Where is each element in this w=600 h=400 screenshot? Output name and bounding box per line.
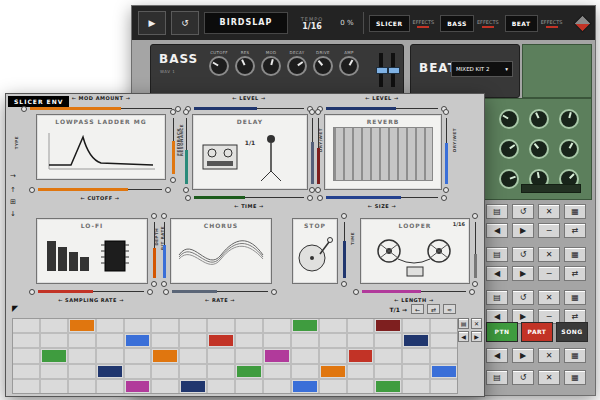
chorus-depth-slider[interactable] <box>161 220 168 280</box>
grid-cell[interactable] <box>292 380 318 393</box>
filter-type-label[interactable]: TYPE <box>14 136 19 149</box>
grid-cell[interactable] <box>264 349 290 362</box>
grid-cell[interactable] <box>320 349 346 362</box>
bass-knob-amp[interactable] <box>339 56 359 76</box>
prev-button[interactable]: ◀ <box>458 331 469 342</box>
grid-cell[interactable] <box>236 365 262 378</box>
chorus-rate-slider[interactable] <box>170 288 270 295</box>
grid-cell[interactable] <box>97 319 123 332</box>
reverb-level-slider[interactable] <box>324 105 440 112</box>
bass-fader[interactable] <box>391 53 395 87</box>
grid-cell[interactable] <box>348 319 374 332</box>
grid-cell[interactable] <box>236 319 262 332</box>
undo-button[interactable]: ↺ <box>512 247 534 262</box>
grid-cell[interactable] <box>208 334 234 347</box>
grid-cell[interactable] <box>292 319 318 332</box>
grid-cell[interactable] <box>125 365 151 378</box>
nudge-right-button[interactable]: ▶ <box>512 266 534 281</box>
grid-icon[interactable]: ⊞ <box>10 198 16 206</box>
delay-time-value[interactable]: 1/1 <box>245 139 256 146</box>
copy-button[interactable]: ▤ <box>458 318 469 329</box>
arrow-up-icon[interactable]: ↑ <box>10 186 16 194</box>
clear-button[interactable]: ✕ <box>471 318 482 329</box>
tempo-control[interactable]: TEMPO 1/16 <box>293 16 331 31</box>
copy-button[interactable]: ▤ <box>486 204 508 219</box>
remove-button[interactable]: − <box>538 223 560 238</box>
grid-cell[interactable] <box>208 365 234 378</box>
grid-cell[interactable] <box>208 319 234 332</box>
grid-cell[interactable] <box>264 334 290 347</box>
grid-cell[interactable] <box>13 380 39 393</box>
grid-cell[interactable] <box>69 319 95 332</box>
grid-cell[interactable] <box>208 349 234 362</box>
looper-length-value[interactable]: 1/16 <box>453 221 465 227</box>
grid-cell[interactable] <box>375 334 401 347</box>
bass-knob-cutoff[interactable] <box>209 56 229 76</box>
grid-cell[interactable] <box>375 349 401 362</box>
beat-fx-knob[interactable] <box>499 139 519 159</box>
reverb-box[interactable]: REVERB <box>324 114 442 190</box>
cutoff-slider[interactable] <box>36 186 164 193</box>
beat-fx-knob[interactable] <box>529 109 549 129</box>
lofi-box[interactable]: LO-FI <box>36 218 148 284</box>
grid-cell[interactable] <box>41 365 67 378</box>
arrow-right-icon[interactable]: → <box>10 172 16 180</box>
beat-fx-knob[interactable] <box>559 109 579 129</box>
arrow-down-icon[interactable]: ↓ <box>10 210 16 218</box>
grid-cell[interactable] <box>236 349 262 362</box>
grid-cell[interactable] <box>69 365 95 378</box>
nudge-left-button[interactable]: ◀ <box>486 266 508 281</box>
tempo-value[interactable]: 1/16 <box>302 22 322 31</box>
looper-length-slider[interactable] <box>360 288 468 295</box>
next-button[interactable]: ▶ <box>512 348 534 363</box>
clear-button[interactable]: ✕ <box>538 290 560 305</box>
grid-cell[interactable] <box>292 334 318 347</box>
grid-cell[interactable] <box>180 349 206 362</box>
grid-cell[interactable] <box>292 365 318 378</box>
tab-bass[interactable]: BASS <box>440 15 474 32</box>
reverb-drywet-slider[interactable] <box>443 116 450 186</box>
undo-button[interactable]: ↺ <box>512 290 534 305</box>
grid-cell[interactable] <box>41 334 67 347</box>
grid-cell[interactable] <box>69 334 95 347</box>
reverb-feedback-slider[interactable] <box>315 116 322 186</box>
bass-knob-mod[interactable] <box>261 56 281 76</box>
fill-button[interactable]: ▦ <box>564 348 586 363</box>
swap-button[interactable]: ⇄ <box>427 304 440 314</box>
grid-cell[interactable] <box>180 319 206 332</box>
fill-button[interactable]: ▦ <box>564 370 586 385</box>
remove-button[interactable]: − <box>538 266 560 281</box>
fill-button[interactable]: ▦ <box>564 247 586 262</box>
grid-cell[interactable] <box>97 349 123 362</box>
grid-cell[interactable] <box>375 365 401 378</box>
grid-cell[interactable] <box>180 365 206 378</box>
grid-cell[interactable] <box>13 319 39 332</box>
undo-button[interactable]: ↺ <box>512 370 534 385</box>
grid-cell[interactable] <box>264 380 290 393</box>
grid-cell[interactable] <box>125 319 151 332</box>
nudge-left-button[interactable]: ◀ <box>486 223 508 238</box>
fill-button[interactable]: ▦ <box>564 204 586 219</box>
stop-time-slider[interactable] <box>341 220 348 280</box>
grid-cell[interactable] <box>348 334 374 347</box>
grid-cell[interactable] <box>348 349 374 362</box>
grid-cell[interactable] <box>180 380 206 393</box>
grid-cell[interactable] <box>41 349 67 362</box>
grid-cell[interactable] <box>152 365 178 378</box>
next-button[interactable]: ▶ <box>471 331 482 342</box>
play-button[interactable]: ▶ <box>138 11 166 35</box>
grid-cell[interactable] <box>403 349 429 362</box>
part-mode-button[interactable]: PART <box>521 322 553 342</box>
swing-value[interactable]: 0 % <box>336 19 358 27</box>
grid-cell[interactable] <box>264 319 290 332</box>
clear-button[interactable]: ✕ <box>538 247 560 262</box>
grid-cell[interactable] <box>320 380 346 393</box>
bass-knob-res[interactable] <box>235 56 255 76</box>
grid-cell[interactable] <box>320 334 346 347</box>
grid-cell[interactable] <box>41 380 67 393</box>
grid-cell[interactable] <box>431 349 457 362</box>
grid-cell[interactable] <box>403 319 429 332</box>
reverb-size-slider[interactable] <box>324 194 440 201</box>
beat-fx-knob[interactable] <box>499 109 519 129</box>
grid-cell[interactable] <box>236 334 262 347</box>
